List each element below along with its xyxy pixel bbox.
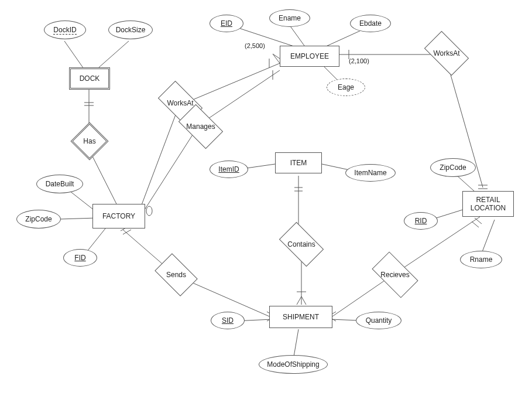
- entity-employee: EMPLOYEE: [280, 46, 339, 67]
- attr-sid: SID: [211, 312, 245, 329]
- cardinality-factory-employee: (2,500): [245, 42, 265, 49]
- rel-recieves: Recieves: [375, 262, 416, 287]
- svg-line-26: [475, 218, 482, 224]
- attr-retail-zipcode: ZipCode: [430, 158, 476, 177]
- entity-factory: FACTORY: [92, 204, 145, 229]
- entity-dock: DOCK: [69, 67, 110, 90]
- entity-shipment: SHIPMENT: [269, 306, 332, 328]
- attr-quantity: Quantity: [356, 312, 401, 329]
- svg-line-25: [123, 230, 131, 234]
- cardinality-employee-retail: (2,100): [349, 57, 369, 64]
- er-diagram-canvas: DOCK FACTORY EMPLOYEE ITEM SHIPMENT RETA…: [0, 0, 532, 399]
- attr-rname: Rname: [460, 251, 502, 268]
- svg-line-13: [289, 25, 304, 46]
- rel-has: Has: [76, 128, 103, 155]
- attr-ebdate: Ebdate: [350, 15, 391, 32]
- attr-factory-zipcode: ZipCode: [16, 210, 61, 229]
- rel-contains: Contains: [282, 232, 321, 257]
- attr-fid: FID: [63, 249, 97, 267]
- attr-dockid: DockID: [44, 21, 86, 39]
- attr-docksize: DockSize: [108, 21, 153, 39]
- attr-eid: EID: [210, 15, 243, 32]
- entity-retail-location: RETAIL LOCATION: [462, 191, 514, 217]
- entity-item: ITEM: [275, 152, 322, 173]
- attr-datebuilt: DateBuilt: [36, 175, 83, 193]
- rel-worksat-retail: WorksAt: [427, 41, 466, 66]
- attr-modeofshipping: ModeOfShipping: [259, 355, 328, 374]
- attr-ename: Ename: [269, 9, 310, 27]
- attr-itemid: ItemID: [210, 161, 248, 178]
- attr-rid: RID: [404, 212, 438, 230]
- svg-line-5: [89, 149, 117, 205]
- rel-manages: Manages: [181, 114, 220, 139]
- svg-line-27: [472, 221, 479, 227]
- svg-point-10: [146, 206, 152, 216]
- attr-eage: Eage: [327, 79, 365, 96]
- attr-itemname: ItemName: [345, 164, 396, 182]
- rel-sends: Sends: [158, 262, 194, 287]
